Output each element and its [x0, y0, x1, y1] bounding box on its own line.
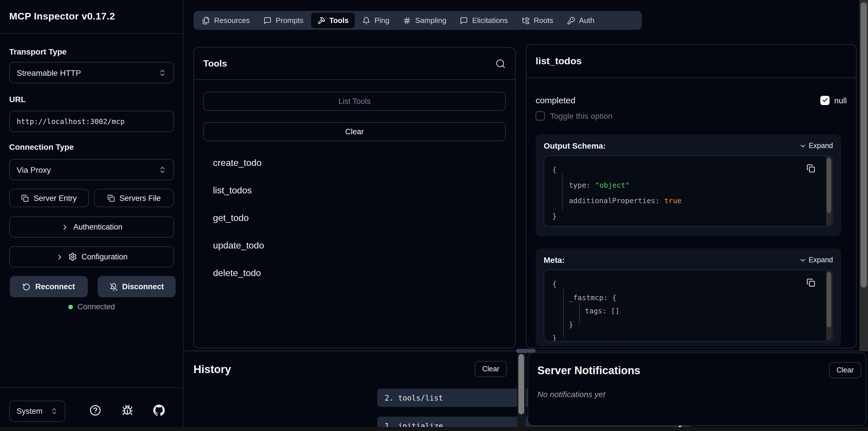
no-notifications-message: No notifications yet: [537, 390, 606, 399]
connection-status: Connected: [0, 303, 183, 311]
output-schema-codebox: { type:"object" additionalProperties:tru…: [544, 156, 833, 227]
tab-roots[interactable]: Roots: [515, 12, 559, 28]
tab-label: Sampling: [415, 16, 446, 25]
tool-list-item[interactable]: list_todos: [203, 177, 506, 204]
tab-auth[interactable]: Auth: [561, 12, 601, 28]
tools-panel: Tools List Tools Clear create_todo list_…: [193, 47, 516, 348]
tab-sampling[interactable]: Sampling: [397, 12, 453, 28]
page-scrollbar-thumb[interactable]: [861, 2, 867, 287]
authentication-button[interactable]: Authentication: [9, 216, 174, 238]
null-checkbox-checked[interactable]: [820, 96, 830, 105]
gear-icon: [68, 252, 77, 261]
param-name: completed: [536, 95, 575, 105]
theme-value: System: [17, 407, 51, 415]
tab-label: Roots: [534, 16, 553, 25]
help-circle-icon[interactable]: [90, 405, 101, 416]
history-clear-label: Clear: [482, 365, 499, 373]
tab-tools[interactable]: Tools: [311, 12, 355, 28]
bug-icon[interactable]: [122, 405, 133, 416]
chevrons-up-down-icon: [51, 407, 58, 415]
app-title: MCP Inspector v0.17.2: [9, 11, 115, 22]
bell-icon: [363, 17, 371, 24]
tab-label: Tools: [329, 16, 348, 25]
server-entry-button[interactable]: Server Entry: [9, 189, 89, 207]
history-panel: History Clear 2. tools/list 1. initializ…: [184, 351, 517, 431]
bottom-scrollbar-strip: [0, 427, 868, 431]
tab-resources[interactable]: Resources: [196, 12, 256, 28]
url-input[interactable]: http://localhost:3002/mcp: [9, 111, 174, 132]
clear-tools-button[interactable]: Clear: [203, 122, 506, 141]
servers-file-label: Servers File: [119, 194, 161, 202]
search-icon[interactable]: [495, 58, 506, 69]
github-icon[interactable]: [153, 405, 165, 416]
toggle-option-row: Toggle this option: [536, 111, 847, 121]
reconnect-button[interactable]: Reconnect: [10, 276, 88, 297]
tool-list-item[interactable]: get_todo: [203, 204, 506, 232]
history-clear-button[interactable]: Clear: [475, 361, 507, 377]
code-scrollbar[interactable]: [826, 157, 832, 225]
servers-file-button[interactable]: Servers File: [94, 189, 174, 207]
tool-list-item[interactable]: update_todo: [203, 232, 506, 259]
null-label: null: [834, 96, 847, 105]
toggle-checkbox-unchecked[interactable]: [536, 111, 545, 121]
indent-guide: [563, 289, 564, 338]
disconnect-button[interactable]: Disconnect: [98, 276, 176, 297]
transport-type-select[interactable]: Streamable HTTP: [9, 62, 174, 83]
code-scrollbar[interactable]: [826, 271, 832, 340]
history-scrollbar-thumb[interactable]: [518, 354, 524, 414]
meta-label: Meta:: [544, 255, 565, 265]
status-label: Connected: [78, 303, 115, 311]
notifications-clear-label: Clear: [836, 366, 854, 374]
output-schema-expand-button[interactable]: Expand: [799, 142, 833, 150]
connection-type-select[interactable]: Via Proxy: [9, 159, 174, 180]
clear-tools-label: Clear: [345, 127, 364, 136]
tool-detail-title: list_todos: [536, 55, 582, 67]
tool-detail-panel: list_todos completed null Toggle this op…: [526, 44, 857, 348]
copy-icon[interactable]: [807, 278, 815, 287]
param-row-completed: completed null: [536, 95, 847, 105]
server-notifications-panel: Server Notifications Clear No notificati…: [528, 352, 866, 426]
hammer-icon: [317, 17, 325, 24]
tab-label: Auth: [579, 16, 594, 25]
meta-expand-button[interactable]: Expand: [799, 256, 833, 264]
toggle-option-label: Toggle this option: [550, 111, 613, 121]
transport-type-label: Transport Type: [9, 47, 170, 56]
url-value: http://localhost:3002/mcp: [17, 117, 166, 126]
chevrons-up-down-icon: [158, 69, 166, 76]
server-entry-label: Server Entry: [34, 194, 76, 202]
list-tools-button[interactable]: List Tools: [203, 92, 506, 111]
files-icon: [202, 17, 210, 24]
configuration-label: Configuration: [82, 252, 128, 261]
bell-off-icon: [110, 283, 117, 291]
configuration-button[interactable]: Configuration: [9, 246, 174, 268]
authentication-label: Authentication: [73, 223, 122, 231]
copy-icon[interactable]: [807, 164, 815, 173]
meta-code: { _fastmcp: { tags: [] } }: [544, 270, 832, 341]
expand-label: Expand: [809, 256, 833, 264]
disconnect-label: Disconnect: [122, 282, 164, 291]
tab-prompts[interactable]: Prompts: [257, 12, 310, 28]
connection-type-label: Connection Type: [9, 142, 170, 152]
top-tab-bar: Resources Prompts Tools Ping Sampling El…: [193, 11, 642, 30]
tool-list-item[interactable]: create_todo: [203, 149, 506, 177]
chevron-down-icon: [799, 256, 806, 264]
tools-panel-title: Tools: [203, 58, 227, 69]
hash-icon: [403, 17, 411, 24]
server-notifications-title: Server Notifications: [537, 364, 640, 377]
tool-list-item[interactable]: delete_todo: [203, 259, 506, 287]
tab-elicitations[interactable]: Elicitations: [454, 12, 514, 28]
expand-label: Expand: [809, 142, 833, 150]
connection-type-value: Via Proxy: [17, 165, 158, 174]
tab-label: Ping: [375, 16, 390, 25]
transport-type-value: Streamable HTTP: [17, 68, 158, 77]
notifications-clear-button[interactable]: Clear: [829, 362, 861, 378]
chevron-right-icon: [61, 223, 69, 231]
tool-detail-header: list_todos: [526, 45, 856, 78]
history-entry-label: 2. tools/list: [384, 393, 443, 402]
copy-icon: [107, 194, 115, 202]
tab-label: Elicitations: [472, 16, 508, 25]
chevrons-up-down-icon: [158, 165, 166, 174]
message-square-icon: [264, 17, 272, 24]
theme-select[interactable]: System: [9, 401, 65, 422]
tab-ping[interactable]: Ping: [356, 12, 396, 28]
